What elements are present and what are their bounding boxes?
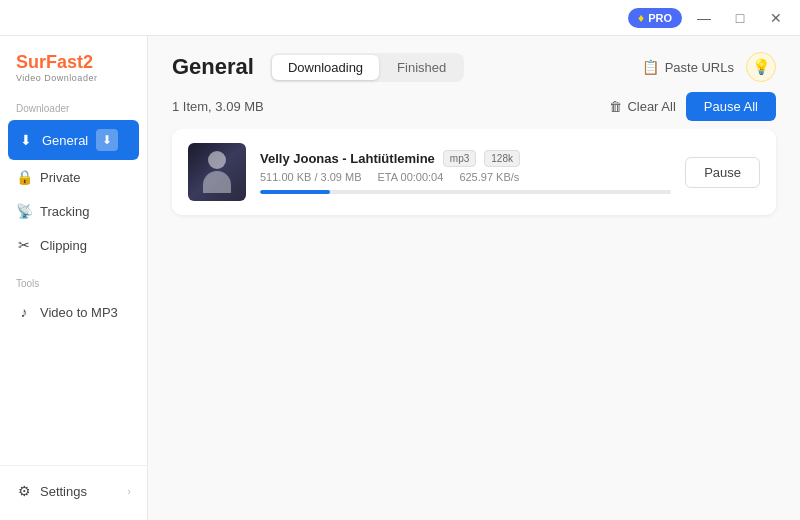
paste-urls-label: Paste URLs (665, 60, 734, 75)
progress-bar-fill (260, 190, 330, 194)
tracking-icon: 📡 (16, 203, 32, 219)
clipping-icon: ✂ (16, 237, 32, 253)
dl-icon: ⬇ (96, 129, 118, 151)
item-count: 1 Item, 3.09 MB (172, 99, 264, 114)
diamond-icon: ♦ (638, 11, 644, 25)
thumb-image (188, 143, 246, 201)
tab-finished[interactable]: Finished (381, 55, 462, 80)
minimize-button[interactable]: — (690, 4, 718, 32)
sidebar-item-general-label: General (42, 133, 88, 148)
lock-icon: 🔒 (16, 169, 32, 185)
sidebar-item-tracking[interactable]: 📡 Tracking (0, 194, 147, 228)
sidebar-item-tracking-label: Tracking (40, 204, 89, 219)
settings-icon: ⚙ (16, 483, 32, 499)
logo: SurFast2 Video Downloader (0, 48, 147, 99)
sidebar-item-general[interactable]: ⬇ General ⬇ (8, 120, 139, 160)
page-title: General (172, 54, 254, 80)
main-layout: SurFast2 Video Downloader Downloader ⬇ G… (0, 36, 800, 520)
chevron-right-icon: › (127, 485, 131, 497)
thumbnail (188, 143, 246, 201)
content-header: General Downloading Finished 📋 Paste URL… (148, 36, 800, 82)
content-area: General Downloading Finished 📋 Paste URL… (148, 36, 800, 520)
sidebar-item-private-label: Private (40, 170, 80, 185)
sidebar-item-settings[interactable]: ⚙ Settings › (0, 474, 147, 508)
tab-group: Downloading Finished (270, 53, 464, 82)
sidebar-item-clipping[interactable]: ✂ Clipping (0, 228, 147, 262)
download-icon: ⬇ (18, 132, 34, 148)
trash-icon: 🗑 (609, 99, 622, 114)
sidebar-item-clipping-label: Clipping (40, 238, 87, 253)
header-right: 📋 Paste URLs 💡 (642, 52, 776, 82)
close-button[interactable]: ✕ (762, 4, 790, 32)
sidebar-item-vmp3-label: Video to MP3 (40, 305, 118, 320)
pro-badge[interactable]: ♦ PRO (628, 8, 682, 28)
music-icon: ♪ (16, 304, 32, 320)
download-title: Velly Joonas - Lahtiütlemine (260, 151, 435, 166)
tools-section-label: Tools (0, 274, 147, 295)
clear-all-button[interactable]: 🗑 Clear All (609, 99, 675, 114)
quality-badge: 128k (484, 150, 520, 167)
pro-label: PRO (648, 12, 672, 24)
titlebar: ♦ PRO — □ ✕ (0, 0, 800, 36)
size-progress: 511.00 KB / 3.09 MB (260, 171, 362, 183)
downloader-section-label: Downloader (0, 99, 147, 120)
tab-downloading[interactable]: Downloading (272, 55, 379, 80)
format-badge: mp3 (443, 150, 476, 167)
download-info: Velly Joonas - Lahtiütlemine mp3 128k 51… (260, 150, 671, 194)
pause-all-button[interactable]: Pause All (686, 92, 776, 121)
logo-sub: Video Downloader (16, 73, 131, 83)
speed: 625.97 KB/s (459, 171, 519, 183)
bulb-icon: 💡 (752, 58, 771, 76)
pause-button[interactable]: Pause (685, 157, 760, 188)
paste-urls-button[interactable]: 📋 Paste URLs (642, 59, 734, 75)
download-title-row: Velly Joonas - Lahtiütlemine mp3 128k (260, 150, 671, 167)
toolbar-actions: 🗑 Clear All Pause All (609, 92, 776, 121)
settings-label: Settings (40, 484, 87, 499)
logo-text: SurFast2 (16, 52, 131, 73)
sidebar-bottom: ⚙ Settings › (0, 465, 147, 508)
toolbar-row: 1 Item, 3.09 MB 🗑 Clear All Pause All (148, 82, 800, 129)
clear-all-label: Clear All (627, 99, 675, 114)
download-meta: 511.00 KB / 3.09 MB ETA 00:00:04 625.97 … (260, 171, 671, 183)
paste-icon: 📋 (642, 59, 659, 75)
sidebar: SurFast2 Video Downloader Downloader ⬇ G… (0, 36, 148, 520)
table-row: Velly Joonas - Lahtiütlemine mp3 128k 51… (172, 129, 776, 215)
silhouette-icon (201, 151, 233, 193)
progress-bar (260, 190, 671, 194)
sidebar-item-private[interactable]: 🔒 Private (0, 160, 147, 194)
sidebar-item-video-to-mp3[interactable]: ♪ Video to MP3 (0, 295, 147, 329)
download-list: Velly Joonas - Lahtiütlemine mp3 128k 51… (148, 129, 800, 520)
eta: ETA 00:00:04 (378, 171, 444, 183)
bulb-button[interactable]: 💡 (746, 52, 776, 82)
maximize-button[interactable]: □ (726, 4, 754, 32)
